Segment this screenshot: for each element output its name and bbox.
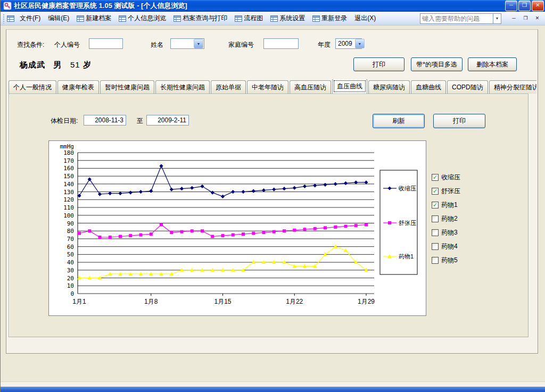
window-title: 社区居民健康档案管理系统 1.05 测试版 - [个人信息浏览] xyxy=(14,1,187,11)
help-search-combo: ▼ xyxy=(420,13,501,24)
print-button[interactable]: 打印 xyxy=(353,57,404,71)
year-select-arrow-icon[interactable]: ▼ xyxy=(355,39,365,48)
tab-glucose-curve[interactable]: 血糖曲线 xyxy=(411,80,446,94)
toolbar-grip-handle[interactable] xyxy=(3,14,5,23)
year-select-value: 2009 xyxy=(336,40,354,47)
series-收缩压 xyxy=(77,164,368,198)
child-window-menu-icon[interactable] xyxy=(7,15,14,22)
status-strip xyxy=(1,381,545,387)
help-search-input[interactable] xyxy=(420,13,493,24)
svg-text:110: 110 xyxy=(63,204,74,211)
checkbox-unchecked-icon[interactable] xyxy=(432,229,439,236)
checkbox-unchecked-icon[interactable] xyxy=(432,215,439,222)
series-toggle-label: 舒张压 xyxy=(441,187,460,196)
series-toggle-label: 药物4 xyxy=(441,242,458,251)
checkbox-checked-icon[interactable]: ✓ xyxy=(432,188,439,195)
tab-original-documents[interactable]: 原始单据 xyxy=(211,80,246,94)
taskbar-strip xyxy=(1,387,545,392)
mdi-restore-button[interactable]: ❐ xyxy=(521,14,531,23)
menu-item-system-settings[interactable]: 系统设置 xyxy=(267,13,309,24)
menu-item-archive-query-print[interactable]: 档案查询与打印 xyxy=(170,13,231,24)
chart-container: 0102030405060708090100110120130140150160… xyxy=(48,140,426,316)
menu-bar: 文件(F)编辑(E)新建档案个人信息浏览档案查询与打印流程图系统设置重新登录退出… xyxy=(1,12,545,26)
tab-copd-followup[interactable]: COPD随访 xyxy=(447,80,488,94)
menu-item-label: 流程图 xyxy=(244,14,263,23)
refresh-button[interactable]: 刷新 xyxy=(373,114,425,128)
mdi-close-button[interactable]: ✕ xyxy=(532,14,542,23)
svg-text:130: 130 xyxy=(63,189,74,196)
personal-id-label: 个人编号 xyxy=(54,40,80,49)
series-toggle-systolic[interactable]: ✓收缩压 xyxy=(432,173,460,181)
series-toggle-drug3[interactable]: 药物3 xyxy=(432,228,458,237)
svg-text:60: 60 xyxy=(67,244,74,251)
application-window: { "window": { "title": "社区居民健康档案管理系统 1.0… xyxy=(0,0,545,392)
checkbox-checked-icon[interactable]: ✓ xyxy=(432,174,439,181)
svg-text:1月8: 1月8 xyxy=(144,298,158,305)
svg-text:70: 70 xyxy=(67,236,74,243)
restore-button[interactable]: ❐ xyxy=(518,1,531,11)
app-key-icon xyxy=(3,2,12,10)
tab-annual-exam[interactable]: 健康年检表 xyxy=(57,80,99,94)
series-toggle-drug5[interactable]: 药物5 xyxy=(432,256,458,264)
family-id-input[interactable] xyxy=(263,38,299,49)
search-criteria-label: 查找条件: xyxy=(17,40,44,49)
menu-item-label: 系统设置 xyxy=(279,14,305,23)
svg-text:10: 10 xyxy=(67,282,74,289)
menu-item-label: 个人信息浏览 xyxy=(128,14,166,23)
patient-gender: 男 xyxy=(54,60,62,69)
name-select[interactable]: ▼ xyxy=(170,38,204,49)
checkbox-checked-icon[interactable]: ✓ xyxy=(432,202,439,208)
minimize-button[interactable]: ─ xyxy=(505,1,517,11)
svg-text:收缩压: 收缩压 xyxy=(399,185,416,191)
personal-info-form: 查找条件: 个人编号 姓名 ▼ 家庭编号 年度 2009 ▼ 杨成武 男 51 … xyxy=(6,29,538,354)
series-toggle-drug4[interactable]: 药物4 xyxy=(432,242,458,251)
blood-pressure-line-chart: 0102030405060708090100110120130140150160… xyxy=(49,141,426,315)
name-select-arrow-icon[interactable]: ▼ xyxy=(194,39,203,48)
svg-text:舒张压: 舒张压 xyxy=(399,220,416,226)
menu-item-file[interactable]: 文件(F) xyxy=(16,13,44,24)
menu-item-label: 文件(F) xyxy=(20,14,40,23)
form-icon xyxy=(312,15,320,22)
series-toggle-label: 药物5 xyxy=(441,256,458,265)
svg-text:20: 20 xyxy=(67,275,74,282)
tab-bp-curve[interactable]: 血压曲线 xyxy=(332,79,367,94)
tab-diabetes-followup[interactable]: 糖尿病随访 xyxy=(368,80,410,94)
mdi-minimize-button[interactable]: ─ xyxy=(509,14,519,23)
menu-item-relogin[interactable]: 重新登录 xyxy=(309,13,351,24)
panel-print-button[interactable]: 打印 xyxy=(433,114,485,128)
exam-date-label: 体检日期: xyxy=(51,116,78,126)
date-from-input[interactable] xyxy=(84,115,126,126)
delete-record-button[interactable]: 删除本档案 xyxy=(468,57,517,71)
svg-text:160: 160 xyxy=(63,165,74,172)
date-to-input[interactable] xyxy=(146,115,189,126)
year-select[interactable]: 2009 ▼ xyxy=(335,38,362,49)
tab-longterm-health-issues[interactable]: 长期性健康问题 xyxy=(155,80,210,94)
menu-item-edit[interactable]: 编辑(E) xyxy=(44,13,73,24)
multi-select-button[interactable]: 带*的项目多选 xyxy=(411,57,463,71)
tab-temporary-health-issues[interactable]: 暂时性健康问题 xyxy=(100,80,154,94)
menu-item-new-record[interactable]: 新建档案 xyxy=(73,13,115,24)
patient-name: 杨成武 xyxy=(20,60,45,69)
tab-schizophrenia-followup[interactable]: 精神分裂症随访 xyxy=(489,80,536,94)
tab-hypertension-followup[interactable]: 高血压随访 xyxy=(290,80,331,94)
form-icon xyxy=(174,15,181,22)
menu-item-exit[interactable]: 退出(X) xyxy=(351,13,379,24)
chart-legend: 收缩压舒张压药物1 xyxy=(380,170,417,274)
date-to-label: 至 xyxy=(137,116,143,126)
tab-elderly-followup[interactable]: 中老年随访 xyxy=(247,80,288,94)
personal-id-input[interactable] xyxy=(89,38,123,49)
tab-general-info[interactable]: 个人一般情况 xyxy=(9,80,56,94)
svg-text:50: 50 xyxy=(67,251,74,258)
checkbox-unchecked-icon[interactable] xyxy=(432,243,439,250)
svg-text:1月22: 1月22 xyxy=(286,298,303,305)
series-toggle-diastolic[interactable]: ✓舒张压 xyxy=(432,187,460,195)
menu-item-flowchart[interactable]: 流程图 xyxy=(231,13,267,24)
menu-item-personal-info-browse[interactable]: 个人信息浏览 xyxy=(115,13,170,24)
series-toggle-label: 药物3 xyxy=(441,228,458,237)
checkbox-unchecked-icon[interactable] xyxy=(432,257,439,264)
help-dropdown-arrow-icon[interactable]: ▼ xyxy=(493,13,501,24)
series-toggle-drug2[interactable]: 药物2 xyxy=(432,214,458,223)
series-toggle-drug1[interactable]: ✓药物1 xyxy=(432,201,458,209)
menu-item-label: 档案查询与打印 xyxy=(183,14,227,23)
close-button[interactable]: ✕ xyxy=(532,1,544,11)
